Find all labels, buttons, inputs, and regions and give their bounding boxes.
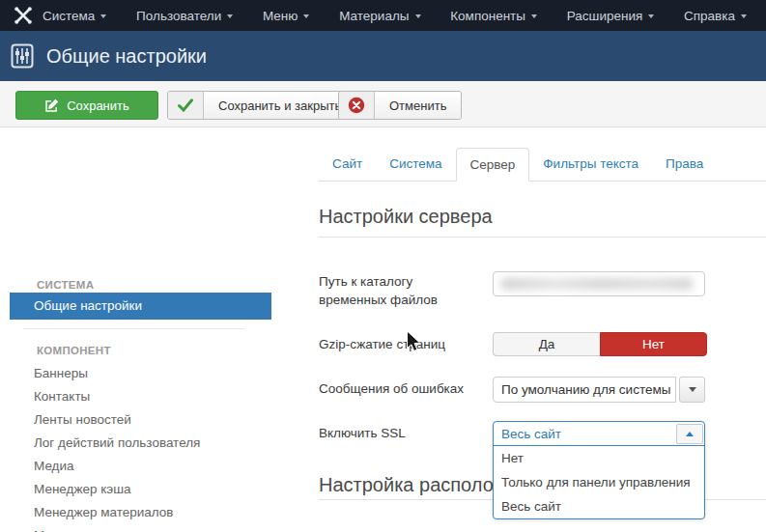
menubar-item-system[interactable]: Система xyxy=(43,9,106,23)
error-reporting-label: Сообщения об ошибках xyxy=(319,379,478,398)
gzip-label: Gzip-сжатие страниц xyxy=(319,335,478,353)
admin-menubar: Система Пользователи Меню Материалы Комп… xyxy=(0,0,766,31)
caret-down-icon xyxy=(531,14,537,18)
page-header: Общие настройки xyxy=(0,31,766,81)
gzip-toggle: Да Нет xyxy=(493,332,707,356)
sidebar-item-content-manager[interactable]: Менеджер материалов xyxy=(10,501,271,524)
check-icon xyxy=(168,92,204,119)
sidebar-divider xyxy=(23,328,244,329)
menubar-item-components[interactable]: Компоненты xyxy=(450,9,537,23)
caret-down-icon xyxy=(689,387,696,392)
caret-down-icon xyxy=(741,14,747,18)
page-title: Общие настройки xyxy=(46,45,207,68)
caret-down-icon xyxy=(648,14,654,18)
cancel-button[interactable]: Отменить xyxy=(338,91,462,120)
sidebar-item-menu-manager[interactable]: Менеджер меню xyxy=(10,524,271,532)
gzip-toggle-yes[interactable]: Да xyxy=(493,332,600,356)
tab-server[interactable]: Сервер xyxy=(456,148,530,182)
tmp-path-input[interactable] xyxy=(493,271,705,296)
joomla-logo-icon xyxy=(14,6,33,25)
sidebar-item-media[interactable]: Медиа xyxy=(10,455,271,478)
ssl-option-list: Нет Только для панели управления Весь са… xyxy=(494,446,704,518)
menubar-item-content[interactable]: Материалы xyxy=(339,9,420,23)
sidebar-item-global-config[interactable]: Общие настройки xyxy=(10,293,271,320)
menubar-item-users[interactable]: Пользователи xyxy=(136,9,233,23)
sidebar-item-contacts[interactable]: Контакты xyxy=(10,385,271,408)
sidebar-item-action-log[interactable]: Лог действий пользователя xyxy=(10,432,271,455)
cancel-button-label: Отменить xyxy=(375,92,461,119)
error-reporting-value[interactable]: По умолчанию для системы xyxy=(493,377,676,403)
tab-system[interactable]: Система xyxy=(376,148,455,181)
menubar-item-help[interactable]: Справка xyxy=(684,9,747,23)
menubar-items: Система Пользователи Меню Материалы Комп… xyxy=(43,9,747,23)
save-close-button[interactable]: Сохранить и закрыть xyxy=(167,91,356,120)
save-button[interactable]: Сохранить xyxy=(15,91,158,120)
sidebar-items: Баннеры Контакты Ленты новостей Лог дейс… xyxy=(10,362,271,532)
ssl-option-entire-site[interactable]: Весь сайт xyxy=(494,494,704,518)
tab-site[interactable]: Сайт xyxy=(319,148,376,181)
sidebar-item-banners[interactable]: Баннеры xyxy=(10,362,271,385)
save-button-label: Сохранить xyxy=(67,98,129,113)
settings-sidebar: СИСТЕМА Общие настройки КОМПОНЕНТ Баннер… xyxy=(0,127,271,532)
gzip-toggle-no[interactable]: Нет xyxy=(600,332,707,356)
cross-circle-icon xyxy=(339,92,375,119)
sidebar-group-component: КОМПОНЕНТ xyxy=(37,345,111,356)
menubar-item-menus[interactable]: Меню xyxy=(263,9,310,23)
sidebar-item-cache-manager[interactable]: Менеджер кэша xyxy=(10,478,271,501)
menubar-item-label: Материалы xyxy=(339,9,409,23)
ssl-dropdown-open: Весь сайт Нет Только для панели управлен… xyxy=(493,421,705,519)
pencil-square-icon xyxy=(44,98,59,113)
toolbar: Сохранить Сохранить и закрыть Отменить xyxy=(0,81,766,127)
section-title-server: Настройки сервера xyxy=(319,203,493,230)
menubar-item-label: Расширения xyxy=(567,9,643,23)
menubar-item-label: Пользователи xyxy=(136,9,221,23)
menubar-item-label: Справка xyxy=(684,9,735,23)
caret-down-icon xyxy=(415,14,421,18)
save-close-button-label: Сохранить и закрыть xyxy=(204,92,355,119)
menubar-item-label: Система xyxy=(43,9,95,23)
caret-down-icon xyxy=(100,14,106,18)
tab-permissions[interactable]: Права xyxy=(652,148,717,181)
sidebar-group-system: СИСТЕМА xyxy=(37,279,94,291)
main-content: Сайт Система Сервер Фильтры текста Права… xyxy=(319,127,766,532)
ssl-selected-row: Весь сайт xyxy=(494,422,704,446)
error-reporting-select: По умолчанию для системы xyxy=(493,377,705,403)
section-divider xyxy=(319,237,766,238)
sliders-icon xyxy=(11,43,34,69)
caret-down-icon xyxy=(303,14,309,18)
blurred-value xyxy=(501,278,693,290)
error-reporting-caret-button[interactable] xyxy=(679,377,705,403)
ssl-option-admin-only[interactable]: Только для панели управления xyxy=(494,470,704,494)
menubar-item-label: Меню xyxy=(263,9,298,23)
tab-text-filters[interactable]: Фильтры текста xyxy=(529,148,652,181)
caret-down-icon xyxy=(227,14,233,18)
settings-tabs: Сайт Система Сервер Фильтры текста Права xyxy=(319,148,766,182)
menubar-item-label: Компоненты xyxy=(450,9,525,23)
sidebar-item-newsfeeds[interactable]: Ленты новостей xyxy=(10,408,271,432)
ssl-option-none[interactable]: Нет xyxy=(494,446,704,470)
caret-up-icon xyxy=(686,432,694,436)
tmp-path-label: Путь к каталогу временных файлов xyxy=(319,272,464,309)
ssl-caret-button[interactable] xyxy=(676,424,703,444)
ssl-label: Включить SSL xyxy=(319,424,478,442)
menubar-item-extensions[interactable]: Расширения xyxy=(567,9,655,23)
ssl-selected-value[interactable]: Весь сайт xyxy=(494,423,676,445)
